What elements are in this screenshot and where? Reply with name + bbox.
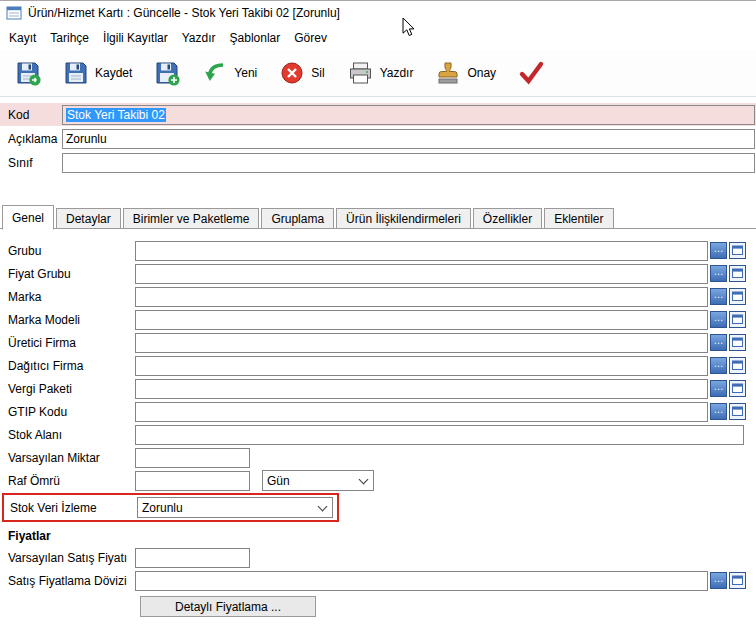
- kod-input[interactable]: Stok Yeri Takibi 02: [62, 105, 755, 125]
- browse-button[interactable]: [710, 572, 727, 589]
- marka-modeli-lookup-buttons: [710, 311, 746, 328]
- menu-item-yazdir[interactable]: Yazdır: [175, 28, 223, 48]
- kod-row: Kod Stok Yeri Takibi 02: [0, 103, 756, 126]
- varsayilan-miktar-input[interactable]: [135, 448, 250, 468]
- marka-input[interactable]: [135, 287, 708, 307]
- card-icon: [732, 383, 743, 394]
- red-highlight-box: Stok Veri İzleme Zorunlu: [2, 493, 339, 522]
- print-button[interactable]: Yazdır: [338, 56, 423, 90]
- marka-modeli-input[interactable]: [135, 310, 708, 330]
- detayli-fiyatlama-row: Detaylı Fiyatlama ...: [0, 596, 756, 617]
- menu-item-sablonlar[interactable]: Şablonlar: [223, 28, 288, 48]
- tab-eklentiler[interactable]: Eklentiler: [544, 208, 613, 229]
- uretici-firma-label: Üretici Firma: [8, 336, 135, 350]
- tab-urun-iliskilendirmeleri[interactable]: Ürün İlişkilendirmeleri: [336, 208, 471, 229]
- open-card-button[interactable]: [729, 288, 746, 305]
- aciklama-input[interactable]: Zorunlu: [62, 129, 755, 149]
- approve-button[interactable]: Onay: [426, 56, 505, 90]
- approve-button-label: Onay: [467, 66, 496, 80]
- save-button[interactable]: Kaydet: [54, 56, 141, 90]
- browse-button[interactable]: [710, 380, 727, 397]
- aciklama-row: Açıklama Zorunlu: [0, 128, 756, 150]
- open-card-button[interactable]: [729, 265, 746, 282]
- browse-button[interactable]: [710, 334, 727, 351]
- gtip-kodu-label: GTIP Kodu: [8, 405, 135, 419]
- tab-strip: Genel Detaylar Birimler ve Paketleme Gru…: [0, 204, 756, 229]
- menu-item-gorev[interactable]: Görev: [287, 28, 334, 48]
- form-row-stok-alani: Stok Alanı: [0, 424, 756, 445]
- open-card-button[interactable]: [729, 311, 746, 328]
- tab-birimler-ve-paketleme[interactable]: Birimler ve Paketleme: [123, 208, 260, 229]
- save-icon: [63, 60, 89, 86]
- card-icon: [732, 291, 743, 302]
- tab-genel[interactable]: Genel: [2, 205, 54, 230]
- printer-icon: [347, 60, 374, 86]
- confirm-button[interactable]: [509, 56, 554, 90]
- sinif-label: Sınıf: [8, 156, 62, 170]
- browse-button[interactable]: [710, 403, 727, 420]
- form-row-grubu: Grubu: [0, 240, 756, 261]
- form-row-satis-fiyatlama-dovizi: Satış Fiyatlama Dövizi: [0, 570, 756, 591]
- delete-x-icon: [279, 60, 305, 86]
- card-icon: [732, 406, 743, 417]
- varsayilan-satis-fiyati-input[interactable]: [135, 548, 250, 568]
- grubu-input[interactable]: [135, 241, 708, 261]
- menu-item-ilgili-kayitlar[interactable]: İlgili Kayıtlar: [96, 28, 175, 48]
- form-row-marka-modeli: Marka Modeli: [0, 309, 756, 330]
- browse-button[interactable]: [710, 242, 727, 259]
- chevron-down-icon: [318, 501, 328, 511]
- toolbar: Kaydet Yeni Sil: [0, 50, 756, 97]
- card-header-fields: Kod Stok Yeri Takibi 02 Açıklama Zorunlu…: [0, 97, 756, 174]
- form-row-fiyat-grubu: Fiyat Grubu: [0, 263, 756, 284]
- browse-button[interactable]: [710, 357, 727, 374]
- satis-fiyatlama-dovizi-label: Satış Fiyatlama Dövizi: [8, 574, 135, 588]
- open-card-button[interactable]: [729, 357, 746, 374]
- open-card-button[interactable]: [729, 403, 746, 420]
- menu-item-tarihce[interactable]: Tarihçe: [43, 28, 96, 48]
- delete-button[interactable]: Sil: [270, 56, 333, 90]
- gtip-kodu-input[interactable]: [135, 402, 708, 422]
- browse-button[interactable]: [710, 288, 727, 305]
- aciklama-label: Açıklama: [8, 132, 62, 146]
- sinif-row: Sınıf: [0, 152, 756, 174]
- tab-detaylar[interactable]: Detaylar: [56, 208, 121, 229]
- stamp-icon: [435, 60, 461, 86]
- open-card-button[interactable]: [729, 334, 746, 351]
- menu-item-kayit[interactable]: Kayıt: [2, 28, 43, 48]
- open-card-button[interactable]: [729, 242, 746, 259]
- stok-veri-izleme-combobox[interactable]: Zorunlu: [137, 497, 333, 518]
- new-button-label: Yeni: [234, 66, 257, 80]
- sinif-input[interactable]: [62, 153, 755, 173]
- save-new-button[interactable]: [145, 56, 189, 90]
- raf-omru-unit-combobox[interactable]: Gün: [262, 470, 374, 491]
- open-card-button[interactable]: [729, 572, 746, 589]
- fiyat-grubu-input[interactable]: [135, 264, 708, 284]
- tab-ozellikler[interactable]: Özellikler: [473, 208, 542, 229]
- satis-fiyatlama-dovizi-input[interactable]: [135, 571, 708, 591]
- red-check-icon: [518, 60, 545, 86]
- open-card-button[interactable]: [729, 380, 746, 397]
- browse-button[interactable]: [710, 265, 727, 282]
- marka-lookup-buttons: [710, 288, 746, 305]
- form-row-stok-veri-izleme: Stok Veri İzleme Zorunlu: [0, 493, 756, 522]
- titlebar: Ürün/Hizmet Kartı : Güncelle - Stok Yeri…: [0, 1, 756, 25]
- save-exit-button[interactable]: [6, 56, 50, 90]
- dagitici-firma-input[interactable]: [135, 356, 708, 376]
- print-button-label: Yazdır: [380, 66, 414, 80]
- dagitici-firma-label: Dağıtıcı Firma: [8, 359, 135, 373]
- uretici-firma-input[interactable]: [135, 333, 708, 353]
- kod-label: Kod: [8, 108, 62, 122]
- form-row-gtip-kodu: GTIP Kodu: [0, 401, 756, 422]
- card-icon: [732, 575, 743, 586]
- stok-alani-input[interactable]: [135, 425, 744, 445]
- vergi-paketi-input[interactable]: [135, 379, 708, 399]
- tab-gruplama[interactable]: Gruplama: [261, 208, 334, 229]
- form-row-varsayilan-miktar: Varsayılan Miktar: [0, 447, 756, 468]
- varsayilan-satis-fiyati-label: Varsayılan Satış Fiyatı: [8, 551, 135, 565]
- browse-button[interactable]: [710, 311, 727, 328]
- raf-omru-input[interactable]: [135, 471, 250, 491]
- detayli-fiyatlama-button[interactable]: Detaylı Fiyatlama ...: [140, 596, 316, 617]
- card-icon: [732, 245, 743, 256]
- new-button[interactable]: Yeni: [193, 56, 266, 90]
- form-row-vergi-paketi: Vergi Paketi: [0, 378, 756, 399]
